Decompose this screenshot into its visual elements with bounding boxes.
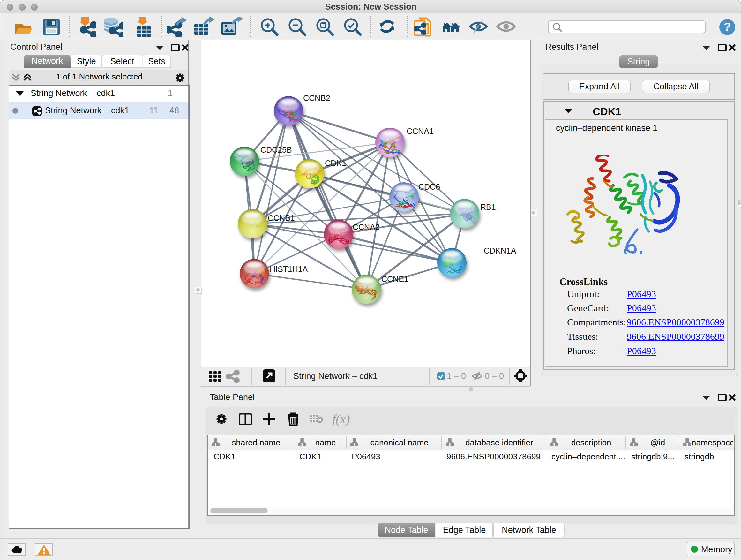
svg-text:RB1: RB1 <box>480 202 496 211</box>
svg-text:CDKN1A: CDKN1A <box>484 246 516 255</box>
svg-text:CDC25B: CDC25B <box>260 145 292 154</box>
svg-text:CCNE1: CCNE1 <box>381 274 408 284</box>
svg-text:CDC6: CDC6 <box>418 182 440 191</box>
svg-text:HIST1H1A: HIST1H1A <box>270 265 308 273</box>
svg-text:CCNB2: CCNB2 <box>303 94 330 103</box>
svg-text:CCNB1: CCNB1 <box>268 213 295 223</box>
svg-text:CCNA1: CCNA1 <box>407 127 434 136</box>
svg-text:CDK1: CDK1 <box>325 159 346 168</box>
svg-text:?: ? <box>724 20 731 34</box>
svg-text:CCNA2: CCNA2 <box>353 223 380 232</box>
